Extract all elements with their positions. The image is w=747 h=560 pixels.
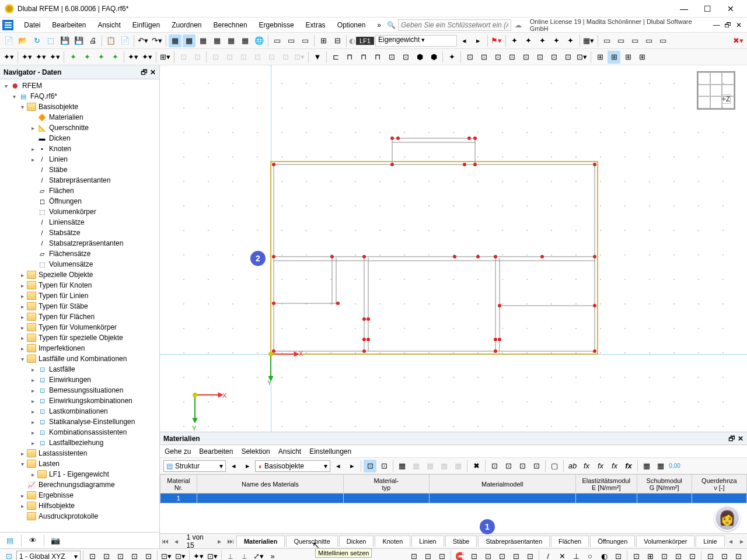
tool-d-icon[interactable]: ✦ — [550, 34, 563, 47]
save-all-icon[interactable]: 💾 — [72, 34, 85, 47]
model-icon[interactable]: ⬚ — [44, 34, 57, 47]
tool-a-icon[interactable]: ✦ — [508, 34, 521, 47]
bp-menu-ansicht[interactable]: Ansicht — [278, 447, 301, 456]
bp-next2-icon[interactable]: ▸ — [345, 460, 358, 473]
tab-materialien[interactable]: Materialien — [236, 536, 285, 547]
bt-30-icon[interactable]: / — [542, 550, 554, 561]
bt-12-icon[interactable]: ⟂ — [238, 550, 251, 561]
t2-12-icon[interactable]: ⊡ — [191, 51, 204, 64]
bt-4-icon[interactable]: ⊡ — [114, 550, 127, 561]
bp-next-icon[interactable]: ▸ — [241, 460, 254, 473]
tabs-next-icon[interactable]: ▸ — [214, 537, 225, 545]
t2-38-icon[interactable]: ⊞ — [594, 51, 606, 64]
app-menu-button[interactable] — [2, 20, 13, 30]
tree-folder[interactable]: 📈Berechnungsdiagramme — [0, 480, 159, 490]
tree-item[interactable]: ▱Flächensätze — [0, 249, 159, 259]
bp-t12-icon[interactable]: ▢ — [548, 460, 561, 473]
bp-restore-icon[interactable]: 🗗 — [728, 435, 735, 443]
tree-folder[interactable]: ▸Typen für spezielle Objekte — [0, 332, 159, 343]
tool-g-icon[interactable]: ▭ — [601, 34, 613, 47]
page-icon[interactable]: 📄 — [118, 34, 131, 47]
tree-file[interactable]: ▾▤FAQ.rf6* — [0, 91, 159, 102]
tree-item[interactable]: ▸⊡Kombinationsassistenten — [0, 427, 159, 438]
nav-data-icon[interactable]: ▤ — [4, 534, 16, 547]
tree-item[interactable]: ▸⊡Statikanalyse-Einstellungen — [0, 416, 159, 427]
bt-35-icon[interactable]: ⊡ — [612, 550, 624, 561]
t2-16-icon[interactable]: ⊡ — [251, 51, 264, 64]
table-column-header[interactable]: Material- typ — [344, 475, 430, 494]
view-3-icon[interactable]: ▦ — [197, 34, 210, 47]
bt-37-icon[interactable]: ⊞ — [644, 550, 657, 561]
bp-t11-icon[interactable]: ⊡ — [530, 460, 543, 473]
undo-icon[interactable]: ↶▾ — [137, 34, 149, 47]
t2-25-icon[interactable]: ⊡ — [399, 51, 412, 64]
bt-22-icon[interactable]: ⊡ — [435, 550, 448, 561]
bt-21-icon[interactable]: ⊡ — [421, 550, 434, 561]
tree-item[interactable]: ◻Öffnungen — [0, 196, 159, 206]
tabs-scroll-left-icon[interactable]: ◂ — [725, 537, 736, 545]
globe-icon[interactable]: 🌐 — [253, 34, 266, 47]
tool-red-icon[interactable]: ✖▾ — [732, 34, 745, 47]
menu-overflow[interactable]: » — [371, 21, 387, 29]
t2-30-icon[interactable]: ⊡ — [477, 51, 490, 64]
table-column-header[interactable]: Name des Materials — [197, 475, 343, 494]
bp-menu-selektion[interactable]: Selektion — [241, 447, 270, 456]
nav-close-icon[interactable]: ✕ — [150, 68, 156, 76]
lf-prev-icon[interactable]: ◂ — [458, 34, 471, 47]
t2-11-icon[interactable]: ⊡ — [177, 51, 190, 64]
t2-18-icon[interactable]: ⊡ — [279, 51, 292, 64]
shape1-icon[interactable]: ▭ — [271, 34, 284, 47]
menu-extras[interactable]: Extras — [300, 21, 331, 29]
t2-8-icon[interactable]: ✦▾ — [127, 51, 139, 64]
support-avatar[interactable] — [714, 505, 740, 531]
t2-10-icon[interactable]: ⊞▾ — [159, 51, 172, 64]
bt-snap3-icon[interactable]: ⊡ — [481, 550, 494, 561]
tree-lasten[interactable]: ▾Lasten — [0, 459, 159, 469]
tree-item[interactable]: ⬚Volumensätze — [0, 259, 159, 270]
tree-item[interactable]: ▸•Knoten — [0, 144, 159, 154]
view-4-icon[interactable]: ▦ — [211, 34, 224, 47]
tree-folder[interactable]: ▸Typen für Flächen — [0, 312, 159, 322]
tool-c-icon[interactable]: ✦ — [536, 34, 549, 47]
bt-7-icon[interactable]: ⊡▾ — [160, 550, 173, 561]
t2-26-icon[interactable]: ⬢ — [413, 51, 426, 64]
bp-t10-icon[interactable]: ⊡ — [516, 460, 529, 473]
table-column-header[interactable]: Schubmodul G [N/mm²] — [637, 475, 692, 494]
bt-14-icon[interactable]: » — [266, 550, 279, 561]
bp-select-struktur[interactable]: ▤Struktur▾ — [163, 460, 226, 472]
tree-folder[interactable]: ▸Ergebnisse — [0, 490, 159, 501]
tab-stäbe[interactable]: Stäbe — [445, 536, 477, 547]
search-input[interactable] — [398, 19, 511, 31]
tab-linie[interactable]: Linie — [696, 536, 724, 547]
bp-t4-icon[interactable]: ▦ — [410, 460, 423, 473]
tree-folder[interactable]: ▸Typen für Knoten — [0, 280, 159, 290]
bt-40-icon[interactable]: ⊡ — [686, 550, 699, 561]
tabs-last-icon[interactable]: ⏭ — [225, 537, 236, 545]
tab-flächen[interactable]: Flächen — [551, 536, 589, 547]
tree-item[interactable]: ▸⊡Lastkombinationen — [0, 406, 159, 416]
t2-31-icon[interactable]: ⊡ — [491, 51, 504, 64]
t2-19-icon[interactable]: ⊡▾ — [293, 51, 306, 64]
tool-b-icon[interactable]: ✦ — [522, 34, 535, 47]
bp-t13-icon[interactable]: ▦ — [640, 460, 653, 473]
bp-prev-icon[interactable]: ◂ — [227, 460, 240, 473]
t2-17-icon[interactable]: ⊡ — [265, 51, 278, 64]
tree-folder[interactable]: ▸Imperfektionen — [0, 343, 159, 354]
bp-t5-icon[interactable]: ▦ — [424, 460, 437, 473]
tabs-prev-icon[interactable]: ◂ — [171, 537, 182, 545]
bt-34-icon[interactable]: ◐ — [598, 550, 610, 561]
bp-select-basis[interactable]: ⬧Basisobjekte▾ — [255, 460, 330, 472]
view-5-icon[interactable]: ▦ — [225, 34, 238, 47]
table-column-header[interactable]: Querdehnza ν [-] — [692, 475, 746, 494]
bt-snap6-icon[interactable]: ⊡ — [523, 550, 536, 561]
menu-zuordnen[interactable]: Zuordnen — [166, 21, 207, 29]
tab-knoten[interactable]: Knoten — [375, 536, 410, 547]
t2-34-icon[interactable]: ⊡ — [533, 51, 546, 64]
view-cube[interactable]: +Z — [697, 71, 735, 110]
open-file-icon[interactable]: 📂 — [16, 34, 29, 47]
table-column-header[interactable]: Material Nr. — [160, 475, 197, 494]
align2-icon[interactable]: ⊟ — [331, 34, 344, 47]
lf-next-icon[interactable]: ▸ — [472, 34, 485, 47]
shape2-icon[interactable]: ▭ — [285, 34, 298, 47]
tab-querschnitte[interactable]: Querschnitte — [286, 536, 337, 547]
